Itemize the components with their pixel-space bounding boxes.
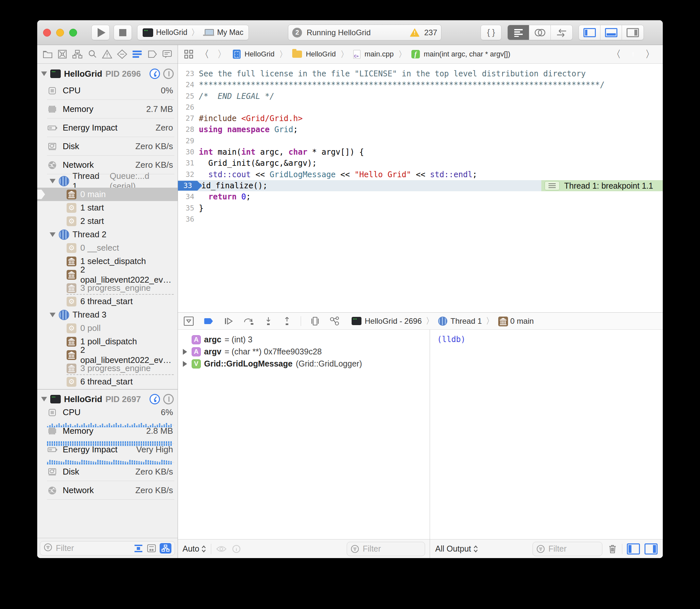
stack-frame-row[interactable]: ⚙0 poll <box>37 321 177 335</box>
gauge-row[interactable]: Energy ImpactVery High <box>37 444 177 463</box>
console-filter-field[interactable]: Filter <box>532 542 602 556</box>
stack-frame-row[interactable]: 3 progress_engine <box>37 281 177 295</box>
jumpbar-file[interactable]: main.cpp <box>364 50 393 58</box>
view-process-by-thread-button[interactable] <box>160 543 171 554</box>
line-number[interactable]: 27 <box>178 113 194 124</box>
disclosure-triangle-icon[interactable] <box>183 349 187 355</box>
gauge-row[interactable]: Energy ImpactZero <box>37 119 177 137</box>
back-button[interactable]: 〈 <box>198 48 211 61</box>
line-number[interactable]: 25 <box>178 91 194 102</box>
toggle-inspector-button[interactable] <box>622 25 644 40</box>
disclosure-triangle-icon[interactable] <box>50 232 55 237</box>
thread-mode-button[interactable] <box>163 394 174 404</box>
flatten-frames-icon[interactable] <box>134 543 143 553</box>
gauge-row[interactable]: DiskZero KB/s <box>37 463 177 481</box>
source-editor[interactable]: 23See the full license in the file "LICE… <box>178 64 663 312</box>
current-line-badge[interactable]: 33 <box>178 181 202 191</box>
line-number[interactable]: 30 <box>178 146 194 158</box>
activity-viewer[interactable]: 2 Running HelloGrid ! 237 <box>288 24 441 40</box>
gauge-mode-button[interactable] <box>150 394 160 404</box>
console-scope-popup[interactable]: All Output <box>435 544 478 554</box>
process-row[interactable]: HelloGridPID 2696 <box>37 66 177 81</box>
debug-navigator-icon[interactable] <box>132 49 142 59</box>
related-items-icon[interactable] <box>184 49 193 59</box>
issue-navigator-icon[interactable] <box>102 49 112 59</box>
warning-icon[interactable]: ! <box>410 29 420 37</box>
stack-frame-row[interactable]: 2 opal_libevent2022_ev… <box>37 268 177 281</box>
line-number[interactable]: 35 <box>178 203 194 214</box>
standard-editor-button[interactable] <box>508 25 529 40</box>
disclosure-triangle-icon[interactable] <box>50 179 55 184</box>
stack-frame-row[interactable]: 3 progress_engine <box>37 362 177 375</box>
breadcrumb-thread[interactable]: Thread 1 <box>450 317 482 326</box>
line-number[interactable]: 34 <box>178 191 194 202</box>
disclosure-triangle-icon[interactable] <box>41 397 47 401</box>
report-navigator-icon[interactable] <box>162 49 172 59</box>
stack-frame-row[interactable]: ⚙6 thread_start <box>37 375 177 388</box>
gauge-row[interactable]: CPU0% <box>37 81 177 100</box>
continue-icon[interactable] <box>223 316 234 326</box>
quicklook-eye-icon[interactable] <box>216 545 227 553</box>
variables-view[interactable]: Aargc = (int) 3Aargv = (char **) 0x7ffee… <box>178 330 430 539</box>
stack-frame-row[interactable]: ⚙6 thread_start <box>37 295 177 308</box>
show-variables-view-toggle[interactable] <box>627 543 640 555</box>
stack-frame-row[interactable]: ⚙2 start <box>37 214 177 228</box>
thread-mode-button[interactable] <box>163 69 174 79</box>
line-number[interactable]: 28 <box>178 124 194 135</box>
test-navigator-icon[interactable] <box>117 49 127 59</box>
stack-frame-row[interactable]: ⚙0 __select <box>37 241 177 255</box>
process-row[interactable]: HelloGridPID 2697 <box>37 392 177 407</box>
stack-frame-row[interactable]: 0 main <box>37 188 177 201</box>
breadcrumb-process[interactable]: HelloGrid - 2696 <box>365 317 422 326</box>
disclosure-triangle-icon[interactable] <box>50 313 55 317</box>
gauge-row[interactable]: NetworkZero KB/s <box>37 156 177 174</box>
trash-icon[interactable] <box>608 544 617 554</box>
gauge-row[interactable]: NetworkZero KB/s <box>37 481 177 500</box>
version-editor-button[interactable] <box>551 25 573 40</box>
toggle-debug-area-button[interactable] <box>600 25 622 40</box>
thread-row[interactable]: Thread 3 <box>37 308 177 321</box>
issue-warning-icon[interactable]: ! <box>628 50 638 58</box>
line-number[interactable]: 24 <box>178 79 194 90</box>
line-number[interactable]: 26 <box>178 102 194 113</box>
breakpoint-menu-button[interactable] <box>545 181 560 190</box>
step-out-icon[interactable] <box>282 316 292 326</box>
toggle-navigator-button[interactable] <box>579 25 600 40</box>
forward-button[interactable]: 〉 <box>215 48 229 61</box>
breakpoint-annotation[interactable]: Thread 1: breakpoint 1.1 <box>541 180 663 191</box>
gauge-row[interactable]: Memory2.7 MB <box>37 100 177 119</box>
assistant-editor-button[interactable] <box>529 25 551 40</box>
line-number[interactable]: 29 <box>178 136 194 146</box>
next-issue-button[interactable]: 〉 <box>643 48 657 61</box>
jumpbar-project[interactable]: HelloGrid <box>244 50 275 58</box>
line-number[interactable]: 23 <box>178 68 194 79</box>
navigator-filter-field[interactable]: Filter <box>40 541 175 556</box>
variables-filter-field[interactable]: Filter <box>347 542 425 556</box>
variable-row[interactable]: VGrid::GridLogMessage (Grid::GridLogger) <box>181 358 430 370</box>
jumpbar-group[interactable]: HelloGrid <box>306 50 336 58</box>
gauge-mode-button[interactable] <box>150 69 160 79</box>
find-navigator-icon[interactable] <box>87 49 97 59</box>
stack-frame-row[interactable]: ⚙1 start <box>37 201 177 214</box>
run-button[interactable] <box>91 25 110 40</box>
show-console-toggle[interactable] <box>645 543 658 555</box>
console-view[interactable]: (lldb) <box>430 330 663 539</box>
code-snippets-button[interactable]: { } <box>481 25 501 40</box>
stack-frame-row[interactable]: 2 opal_libevent2022_ev… <box>37 348 177 362</box>
crashed-threads-icon[interactable] <box>147 543 156 553</box>
variables-scope-popup[interactable]: Auto <box>183 544 206 554</box>
project-navigator-icon[interactable] <box>42 49 53 59</box>
thread-row[interactable]: Thread 2 <box>37 228 177 241</box>
variable-row[interactable]: Aargv = (char **) 0x7ffee9039c28 <box>181 346 430 358</box>
zoom-window-button[interactable] <box>69 29 77 37</box>
disclosure-triangle-icon[interactable] <box>183 361 187 367</box>
hide-debug-area-icon[interactable] <box>183 316 194 326</box>
line-number[interactable]: 32 <box>178 169 194 180</box>
memory-graph-icon[interactable] <box>329 316 340 326</box>
step-over-icon[interactable] <box>243 316 255 326</box>
line-number[interactable]: 31 <box>178 158 194 169</box>
breakpoints-enabled-icon[interactable] <box>203 316 214 326</box>
scheme-selector[interactable]: HelloGrid 〉 My Mac <box>137 25 249 40</box>
source-control-navigator-icon[interactable] <box>57 49 67 59</box>
thread-row[interactable]: Thread 1Queue:...d (serial) <box>37 174 177 188</box>
